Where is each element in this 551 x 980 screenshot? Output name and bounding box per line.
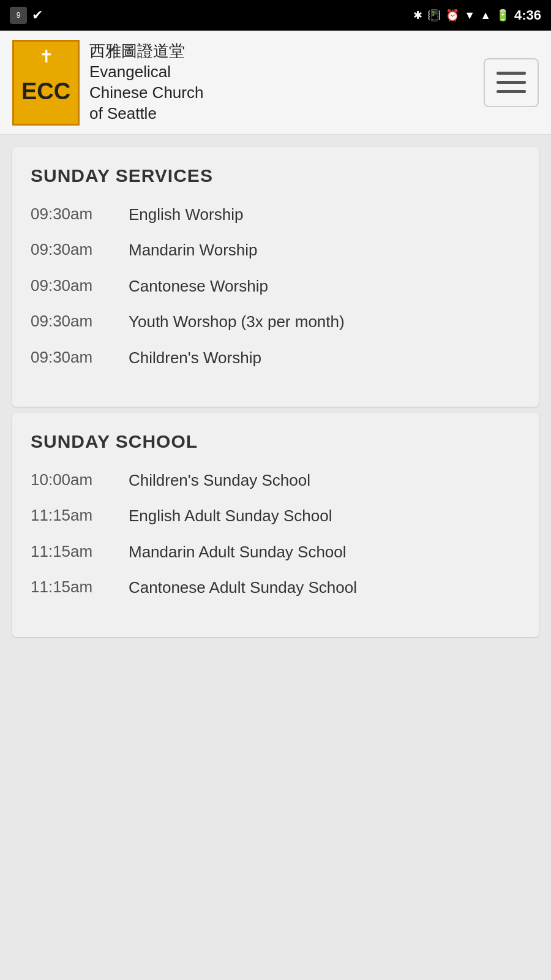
service-time-2: 09:30am xyxy=(31,239,110,259)
sunday-services-title: SUNDAY SERVICES xyxy=(31,165,520,186)
status-bar-right: ✱ 📳 ⏰ ▼ ▲ 🔋 4:36 xyxy=(413,7,541,23)
logo-area: ✝ ECC 西雅圖證道堂 Evangelical Chinese Church … xyxy=(12,40,203,126)
service-row-4: 09:30am Youth Worshop (3x per month) xyxy=(31,311,520,333)
school-row-3: 11:15am Mandarin Adult Sunday School xyxy=(31,541,520,563)
school-row-4: 11:15am Cantonese Adult Sunday School xyxy=(31,576,520,598)
cross-icon: ✝ xyxy=(39,47,53,67)
school-name-1: Children's Sunday School xyxy=(129,469,310,491)
church-name-english: Evangelical Chinese Church of Seattle xyxy=(89,62,203,124)
service-row-5: 09:30am Children's Worship xyxy=(31,347,520,369)
logo-box: ✝ ECC xyxy=(12,40,80,126)
school-time-2: 11:15am xyxy=(31,505,110,525)
school-time-4: 11:15am xyxy=(31,576,110,597)
service-time-5: 09:30am xyxy=(31,347,110,367)
service-name-4: Youth Worshop (3x per month) xyxy=(129,311,345,333)
school-name-3: Mandarin Adult Sunday School xyxy=(129,541,347,563)
sunday-services-card: SUNDAY SERVICES 09:30am English Worship … xyxy=(12,147,539,407)
check-icon: ✔ xyxy=(32,7,43,23)
signal-icon: ▲ xyxy=(480,9,491,22)
status-time: 4:36 xyxy=(514,7,541,23)
bottom-space xyxy=(0,643,551,655)
logo-ecc-text: ECC xyxy=(21,78,70,105)
status-bar: 9 ✔ ✱ 📳 ⏰ ▼ ▲ 🔋 4:36 xyxy=(0,0,551,31)
service-row-1: 09:30am English Worship xyxy=(31,203,520,225)
sunday-school-title: SUNDAY SCHOOL xyxy=(31,431,520,452)
bluetooth-icon: ✱ xyxy=(413,9,422,22)
alarm-icon: ⏰ xyxy=(446,9,459,22)
status-bar-left: 9 ✔ xyxy=(10,7,43,24)
service-row-2: 09:30am Mandarin Worship xyxy=(31,239,520,261)
notification-icon-1: 9 xyxy=(10,7,27,24)
service-name-2: Mandarin Worship xyxy=(129,239,258,261)
school-name-2: English Adult Sunday School xyxy=(129,505,332,527)
sunday-school-card: SUNDAY SCHOOL 10:00am Children's Sunday … xyxy=(12,413,539,637)
menu-line-2 xyxy=(497,81,526,84)
service-row-3: 09:30am Cantonese Worship xyxy=(31,275,520,297)
service-name-3: Cantonese Worship xyxy=(129,275,268,297)
school-row-2: 11:15am English Adult Sunday School xyxy=(31,505,520,527)
wifi-icon: ▼ xyxy=(464,9,475,22)
service-name-1: English Worship xyxy=(129,203,243,225)
school-row-1: 10:00am Children's Sunday School xyxy=(31,469,520,491)
service-time-4: 09:30am xyxy=(31,311,110,331)
content: SUNDAY SERVICES 09:30am English Worship … xyxy=(0,135,551,662)
menu-line-1 xyxy=(497,72,526,75)
service-name-5: Children's Worship xyxy=(129,347,261,369)
menu-button[interactable] xyxy=(484,58,539,107)
menu-line-3 xyxy=(497,90,526,93)
service-time-3: 09:30am xyxy=(31,275,110,295)
school-name-4: Cantonese Adult Sunday School xyxy=(129,576,357,598)
school-time-1: 10:00am xyxy=(31,469,110,489)
church-name: 西雅圖證道堂 Evangelical Chinese Church of Sea… xyxy=(89,40,203,124)
battery-icon: 🔋 xyxy=(496,9,509,22)
school-time-3: 11:15am xyxy=(31,541,110,561)
vibrate-icon: 📳 xyxy=(427,9,441,22)
church-name-chinese: 西雅圖證道堂 xyxy=(89,40,203,62)
header: ✝ ECC 西雅圖證道堂 Evangelical Chinese Church … xyxy=(0,31,551,135)
service-time-1: 09:30am xyxy=(31,203,110,224)
